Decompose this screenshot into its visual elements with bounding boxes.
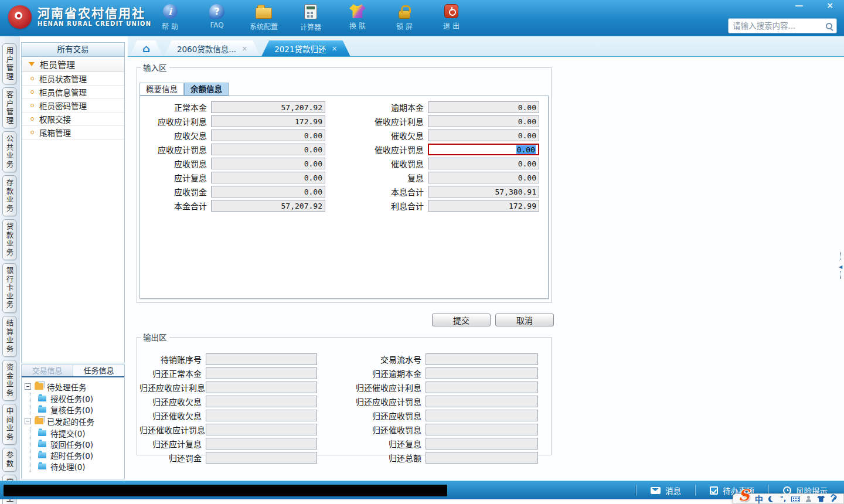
output-field[interactable] — [426, 438, 538, 449]
tab-loan-repayment-2021[interactable]: 2021贷款归还 — [261, 40, 350, 56]
close-tab-icon[interactable] — [241, 45, 247, 53]
tab-loan-info-2060[interactable]: 2060贷款信息... — [164, 40, 260, 56]
output-field[interactable] — [206, 424, 317, 435]
collapse-toggle-icon[interactable] — [25, 418, 31, 424]
side-tab-10[interactable]: 参数 — [2, 448, 16, 472]
input-field[interactable]: 0.00 — [428, 172, 539, 183]
nav-item[interactable]: 柜员密码管理 — [22, 99, 124, 113]
tree-child-label: 待提交(0) — [50, 427, 86, 439]
side-tab-1[interactable]: 用户管理 — [2, 43, 16, 84]
output-field[interactable] — [206, 452, 317, 464]
tree-child-row[interactable]: 超时任务(0) — [31, 449, 122, 461]
input-field[interactable]: 0.00 — [428, 115, 539, 127]
collapse-toggle-icon[interactable] — [25, 383, 31, 390]
output-field[interactable] — [206, 382, 317, 393]
search-input[interactable] — [733, 21, 823, 30]
tab-summary-info[interactable]: 概要信息 — [139, 83, 184, 96]
toolbar-system-config[interactable]: 系统配置 — [247, 4, 280, 32]
bank-title: 河南省农村信用社 — [38, 6, 151, 21]
input-field[interactable]: 57,207.92 — [211, 101, 325, 113]
toolbar-calculator[interactable]: 计算器 — [294, 4, 327, 32]
output-field[interactable] — [206, 353, 317, 365]
panel-collapse-handle[interactable] — [838, 252, 843, 279]
tree-child-row[interactable]: 驳回任务(0) — [31, 438, 122, 449]
moon-icon[interactable] — [768, 496, 775, 502]
help-icon — [163, 4, 178, 19]
cancel-button[interactable]: 取消 — [495, 314, 554, 326]
toolbar-lock-screen[interactable]: 锁 屏 — [388, 4, 421, 32]
submit-button[interactable]: 提交 — [432, 314, 491, 326]
input-field[interactable]: 0.00 — [211, 130, 325, 141]
field-label: 归还应收应计利息 — [139, 382, 206, 393]
tab-home[interactable] — [130, 40, 163, 56]
input-field[interactable]: 172.99 — [211, 115, 325, 127]
side-tab-5[interactable]: 贷款业务 — [2, 219, 16, 260]
minimize-button[interactable]: — — [790, 0, 808, 11]
input-field[interactable]: 0.00 — [211, 186, 325, 197]
output-field[interactable] — [426, 367, 538, 379]
output-field[interactable] — [426, 452, 538, 464]
side-tab-9[interactable]: 中间业务 — [2, 404, 16, 445]
input-field[interactable]: 57,207.92 — [211, 200, 325, 212]
tab-transaction-info[interactable]: 交易信息 — [22, 365, 73, 376]
nav-item[interactable]: 柜员状态管理 — [22, 72, 124, 86]
ime-language-toggle[interactable]: 中 — [755, 493, 763, 504]
input-field[interactable]: 0.00 — [428, 101, 539, 113]
account-icon[interactable] — [805, 496, 812, 502]
nav-item[interactable]: 尾箱管理 — [22, 126, 124, 139]
side-tab-6[interactable]: 银行卡业务 — [2, 263, 16, 313]
close-tab-icon[interactable] — [332, 45, 338, 53]
nav-group-teller-management[interactable]: 柜员管理 — [22, 57, 124, 72]
document-tab-bar: 2060贷款信息... 2021贷款归还 — [128, 36, 844, 57]
output-field[interactable] — [426, 424, 538, 435]
tree-parent-row[interactable]: 待处理任务 — [25, 380, 122, 393]
input-field[interactable]: 172.99 — [428, 200, 539, 212]
output-field[interactable] — [206, 367, 317, 379]
toolbar-label: 帮 助 — [162, 21, 178, 31]
output-field[interactable] — [426, 382, 538, 393]
tree-parent-row[interactable]: 已发起的任务 — [25, 415, 122, 427]
tab-task-info[interactable]: 任务信息 — [73, 365, 124, 376]
ime-logo-icon[interactable]: S — [738, 488, 750, 503]
side-tab-7[interactable]: 结算业务 — [2, 316, 16, 357]
output-field[interactable] — [426, 353, 538, 365]
output-field[interactable] — [206, 438, 317, 449]
close-button[interactable]: × — [822, 0, 838, 11]
toolbar-exit[interactable]: 退 出 — [435, 4, 468, 32]
output-field[interactable] — [426, 396, 538, 407]
form-row: 应收欠息0.00催收欠息0.00 — [140, 128, 548, 142]
tree-child-row[interactable]: 授权任务(0) — [31, 393, 122, 404]
input-field[interactable]: 0.00 — [211, 158, 325, 169]
punctuation-toggle[interactable]: °, — [780, 495, 787, 503]
side-tab-3[interactable]: 公共业务 — [2, 131, 16, 172]
nav-item[interactable]: 柜员信息管理 — [22, 86, 124, 99]
tree-child-row[interactable]: 复核任务(0) — [31, 404, 122, 415]
ime-settings-icon[interactable] — [830, 495, 837, 503]
side-tab-4[interactable]: 存款业务 — [2, 175, 16, 216]
input-field[interactable]: 0.00 — [428, 158, 539, 169]
side-tab-2[interactable]: 客户管理 — [2, 87, 16, 128]
output-field[interactable] — [206, 396, 317, 407]
output-field[interactable] — [426, 410, 538, 421]
input-field[interactable]: 0.00 — [211, 172, 325, 183]
side-tab-8[interactable]: 资金业务 — [2, 360, 16, 401]
input-field[interactable]: 57,380.91 — [428, 186, 539, 197]
nav-item[interactable]: 权限交接 — [22, 113, 124, 126]
tree-child-row[interactable]: 待提交(0) — [31, 427, 122, 438]
ime-skin-icon[interactable] — [817, 496, 825, 502]
keyboard-icon[interactable] — [791, 496, 800, 502]
toolbar-skin[interactable]: 换 肤 — [341, 4, 374, 32]
tree-child-row[interactable]: 待处理(0) — [31, 461, 122, 472]
search-icon[interactable] — [826, 23, 832, 29]
statusbar-message[interactable]: 消息 — [637, 481, 695, 499]
tab-balance-info[interactable]: 余额信息 — [184, 83, 229, 96]
input-field-focused[interactable]: 0.00 — [428, 144, 539, 155]
task-info-panel: 交易信息 任务信息 待处理任务授权任务(0)复核任务(0)已发起的任务待提交(0… — [21, 365, 125, 479]
toolbar-faq[interactable]: FAQ — [200, 4, 233, 32]
output-field[interactable] — [206, 410, 317, 421]
input-field[interactable]: 0.00 — [211, 144, 325, 155]
input-field[interactable]: 0.00 — [428, 130, 539, 141]
search-box[interactable] — [728, 18, 837, 33]
toolbar-help[interactable]: 帮 助 — [154, 4, 186, 32]
logo: 河南省农村信用社 HENAN RURAL CREDIT UNION — [8, 5, 151, 29]
